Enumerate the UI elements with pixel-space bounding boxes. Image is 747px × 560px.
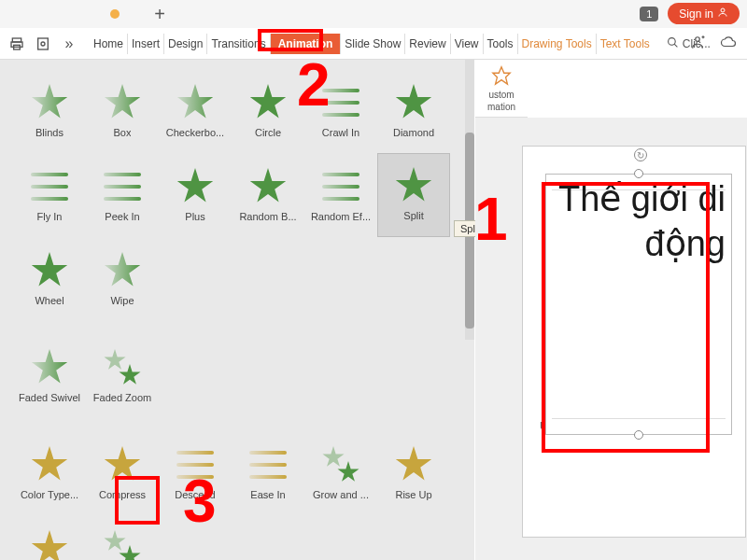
svg-line-7 bbox=[674, 44, 677, 47]
animation-gallery: BlindsBoxCheckerbo...CircleCrawl InDiamo… bbox=[0, 60, 474, 560]
menu-bar: » Home Insert Design Transitions Animati… bbox=[0, 28, 747, 60]
menu-drawing-tools[interactable]: Drawing Tools bbox=[518, 34, 597, 54]
animation-circle[interactable]: Circle bbox=[232, 69, 304, 153]
animation-label: Peek In bbox=[105, 211, 139, 222]
animation-descend[interactable]: Descend bbox=[159, 431, 232, 515]
menu-tools[interactable]: Tools bbox=[484, 34, 518, 54]
animation-label: Descend bbox=[175, 489, 215, 500]
menu-transitions[interactable]: Transitions bbox=[207, 34, 270, 54]
animation-crawl-in[interactable]: Crawl In bbox=[304, 69, 377, 153]
animation-label: Random Ef... bbox=[311, 211, 371, 222]
custom-anim-label1: ustom bbox=[488, 90, 514, 100]
animation-label: Split bbox=[403, 210, 423, 221]
print-icon[interactable] bbox=[6, 33, 28, 55]
animation-random-ef[interactable]: Random Ef... bbox=[304, 153, 377, 237]
animation-random-b[interactable]: Random B... bbox=[232, 153, 304, 237]
animation-label: Diamond bbox=[393, 127, 434, 138]
animation-color-type[interactable]: Color Type... bbox=[13, 431, 86, 515]
animation-label: Fly In bbox=[37, 211, 63, 222]
sign-in-button[interactable]: Sign in bbox=[668, 3, 740, 24]
share-icon[interactable] bbox=[689, 34, 706, 54]
svg-point-6 bbox=[668, 37, 675, 45]
animation-zoom[interactable]: Zoom bbox=[86, 515, 159, 560]
animation-peek-in[interactable]: Peek In bbox=[86, 153, 159, 237]
svg-point-0 bbox=[721, 8, 725, 12]
animation-label: Wheel bbox=[35, 295, 63, 306]
animation-label: Rise Up bbox=[395, 489, 431, 500]
tab-indicator-dot bbox=[110, 9, 120, 19]
animation-fly-in[interactable]: Fly In bbox=[13, 153, 86, 237]
animation-label: Blinds bbox=[35, 127, 63, 138]
more-qa-icon[interactable]: » bbox=[58, 33, 80, 55]
slide-canvas: ubtitle Thế giới di động bbox=[475, 118, 747, 560]
animation-wheel[interactable]: Wheel bbox=[13, 237, 86, 321]
resize-handle-s[interactable] bbox=[634, 430, 643, 440]
svg-point-8 bbox=[696, 36, 700, 41]
svg-point-5 bbox=[41, 42, 45, 46]
animation-label: Circle bbox=[255, 127, 281, 138]
svg-rect-4 bbox=[38, 38, 49, 49]
menu-design[interactable]: Design bbox=[164, 34, 207, 54]
gallery-scrollbar[interactable] bbox=[465, 60, 474, 340]
animation-label: Checkerbo... bbox=[166, 127, 224, 138]
animation-split[interactable]: Split bbox=[377, 153, 450, 237]
cloud-icon[interactable] bbox=[719, 34, 738, 54]
tab-count-badge: 1 bbox=[640, 7, 658, 21]
animation-label: Faded Zoom bbox=[93, 392, 151, 403]
animation-grow-and[interactable]: Grow and ... bbox=[304, 431, 377, 515]
custom-animation-button[interactable]: ustom mation bbox=[475, 60, 528, 118]
animation-plus[interactable]: Plus bbox=[159, 153, 232, 237]
custom-anim-label2: mation bbox=[487, 102, 515, 112]
animation-label: Grow and ... bbox=[313, 489, 369, 500]
menu-text-tools[interactable]: Text Tools bbox=[597, 34, 654, 54]
search-icon bbox=[667, 36, 679, 51]
animation-label: Random B... bbox=[239, 211, 296, 222]
animation-faded-zoom[interactable]: Faded Zoom bbox=[86, 334, 159, 418]
title-text[interactable]: Thế giới di động bbox=[552, 177, 726, 266]
animation-faded-swivel[interactable]: Faded Swivel bbox=[13, 334, 86, 418]
animation-ease-in[interactable]: Ease In bbox=[232, 431, 304, 515]
animation-compress[interactable]: Compress bbox=[86, 431, 159, 515]
animation-blinds[interactable]: Blinds bbox=[13, 69, 86, 153]
animation-label: Plus bbox=[185, 211, 204, 222]
print-preview-icon[interactable] bbox=[32, 33, 54, 55]
animation-unfold[interactable]: Unfold bbox=[13, 515, 86, 560]
animation-wipe[interactable]: Wipe bbox=[86, 237, 159, 321]
title-tab-bar: + 1 Sign in bbox=[0, 0, 747, 28]
animation-label: Faded Swivel bbox=[19, 392, 80, 403]
svg-marker-11 bbox=[493, 66, 510, 83]
animation-label: Color Type... bbox=[21, 489, 78, 500]
star-orange-icon bbox=[491, 65, 512, 88]
animation-diamond[interactable]: Diamond bbox=[377, 69, 450, 153]
new-tab-button[interactable]: + bbox=[148, 2, 172, 26]
animation-label: Crawl In bbox=[322, 127, 359, 138]
menu-slideshow[interactable]: Slide Show bbox=[341, 34, 405, 54]
animation-checkerbo[interactable]: Checkerbo... bbox=[159, 69, 232, 153]
menu-insert[interactable]: Insert bbox=[128, 34, 164, 54]
animation-rise-up[interactable]: Rise Up bbox=[377, 431, 450, 515]
sign-in-label: Sign in bbox=[679, 7, 713, 21]
animation-label: Box bbox=[114, 127, 132, 138]
rotate-handle-icon[interactable] bbox=[634, 148, 647, 161]
animation-box[interactable]: Box bbox=[86, 69, 159, 153]
animation-label: Ease In bbox=[250, 489, 285, 500]
user-icon bbox=[717, 7, 728, 21]
menu-review[interactable]: Review bbox=[405, 34, 450, 54]
animation-label: Compress bbox=[99, 489, 146, 500]
menu-view[interactable]: View bbox=[451, 34, 484, 54]
menu-home[interactable]: Home bbox=[90, 34, 128, 54]
menu-animation[interactable]: Animation bbox=[271, 34, 342, 54]
svg-rect-2 bbox=[11, 42, 22, 47]
animation-label: Wipe bbox=[110, 295, 134, 306]
